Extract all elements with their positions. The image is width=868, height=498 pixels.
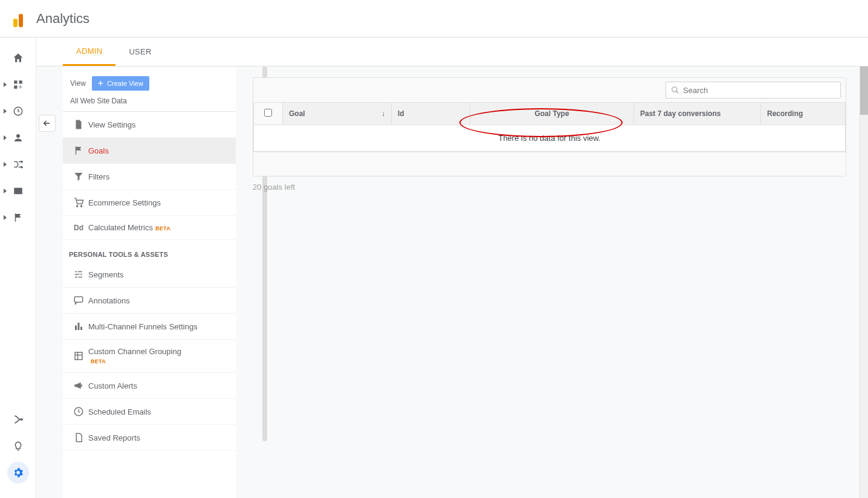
- rail-conversions[interactable]: [7, 207, 29, 228]
- admin-item-custom-alerts[interactable]: Custom Alerts: [63, 373, 236, 399]
- comment-icon: [69, 295, 88, 306]
- goals-panel-area: Goal↓ Id Goal Type Past 7 day conversion…: [236, 66, 860, 498]
- admin-view-column: View + Create View All Web Site Data Vie…: [63, 66, 236, 498]
- admin-item-label: Ecommerce Settings: [88, 198, 161, 207]
- admin-item-view-settings[interactable]: View Settings: [63, 112, 236, 138]
- admin-item-label: View Settings: [88, 120, 136, 129]
- svg-rect-7: [14, 188, 22, 195]
- create-view-label: Create View: [107, 80, 143, 87]
- flag-icon: [69, 145, 88, 156]
- col-goal-type[interactable]: Goal Type: [470, 103, 634, 125]
- goals-search[interactable]: [666, 82, 841, 99]
- admin-item-label: Annotations: [88, 296, 130, 305]
- admin-item-label: Multi-Channel Funnels Settings: [88, 322, 198, 331]
- admin-item-label: Segments: [88, 270, 124, 279]
- goals-remaining-label: 20 goals left: [253, 183, 846, 192]
- col-id[interactable]: Id: [392, 103, 470, 125]
- dd-icon: Dd: [69, 224, 88, 232]
- search-icon: [671, 86, 679, 94]
- document-icon: [69, 119, 88, 130]
- svg-rect-2: [14, 86, 17, 89]
- rail-realtime[interactable]: [7, 100, 29, 122]
- admin-tabs: ADMIN USER: [36, 37, 868, 66]
- admin-item-calcmetrics[interactable]: Dd Calculated MetricsBETA: [63, 216, 236, 240]
- rail-attribution[interactable]: [7, 409, 29, 430]
- svg-point-4: [16, 134, 20, 138]
- svg-rect-12: [75, 326, 77, 331]
- admin-item-ccg[interactable]: Custom Channel GroupingBETA: [63, 340, 236, 373]
- col-conversions[interactable]: Past 7 day conversions: [634, 103, 761, 125]
- rail-audience[interactable]: [7, 127, 29, 149]
- admin-item-saved-reports[interactable]: Saved Reports: [63, 425, 236, 451]
- barchart-icon: [69, 321, 88, 332]
- rail-acquisition[interactable]: [7, 154, 29, 175]
- analytics-logo-icon: [10, 10, 27, 27]
- admin-item-label: Custom Channel GroupingBETA: [88, 347, 181, 365]
- admin-item-mcf[interactable]: Multi-Channel Funnels Settings: [63, 314, 236, 340]
- svg-rect-11: [74, 297, 83, 302]
- back-button[interactable]: [39, 115, 56, 132]
- app-title: Analytics: [36, 11, 89, 27]
- app-header: Analytics: [0, 0, 868, 37]
- main-scrollbar[interactable]: [860, 66, 868, 498]
- svg-rect-1: [19, 80, 22, 83]
- svg-point-5: [21, 161, 22, 162]
- plus-icon: +: [98, 78, 103, 89]
- admin-item-label: Saved Reports: [88, 433, 140, 442]
- admin-item-scheduled-emails[interactable]: Scheduled Emails: [63, 399, 236, 425]
- svg-point-8: [21, 419, 22, 421]
- col-goal[interactable]: Goal↓: [283, 103, 392, 125]
- grouping-icon: [69, 351, 88, 361]
- goals-table: Goal↓ Id Goal Type Past 7 day conversion…: [253, 102, 846, 152]
- rail-custom[interactable]: [7, 74, 29, 95]
- funnel-icon: [69, 171, 88, 182]
- file-icon: [69, 432, 88, 443]
- admin-item-goals[interactable]: Goals: [63, 138, 236, 164]
- admin-item-segments[interactable]: Segments: [63, 262, 236, 288]
- megaphone-icon: [69, 380, 88, 391]
- tab-user[interactable]: USER: [115, 37, 164, 66]
- admin-item-label: Calculated MetricsBETA: [88, 223, 170, 232]
- view-column-label: View: [70, 79, 86, 88]
- rail-admin[interactable]: [7, 462, 29, 483]
- goals-empty-message: There is no data for this view.: [254, 125, 846, 152]
- admin-item-ecommerce[interactable]: Ecommerce Settings: [63, 190, 236, 216]
- tab-admin[interactable]: ADMIN: [63, 37, 115, 66]
- col-recording[interactable]: Recording: [761, 103, 846, 125]
- svg-point-6: [21, 166, 22, 167]
- clock-icon: [69, 406, 88, 417]
- create-view-button[interactable]: + Create View: [92, 76, 149, 91]
- sort-down-icon: ↓: [381, 109, 385, 118]
- svg-point-10: [80, 205, 82, 207]
- admin-item-label: Goals: [88, 146, 109, 155]
- cart-icon: [69, 197, 88, 208]
- admin-item-label: Custom Alerts: [88, 381, 137, 390]
- admin-item-filters[interactable]: Filters: [63, 164, 236, 190]
- admin-item-annotations[interactable]: Annotations: [63, 288, 236, 314]
- svg-rect-14: [80, 327, 82, 330]
- rail-behavior[interactable]: [7, 180, 29, 202]
- svg-point-17: [672, 87, 677, 92]
- svg-rect-13: [78, 323, 80, 330]
- svg-rect-0: [14, 80, 17, 83]
- goals-select-all[interactable]: [254, 103, 283, 125]
- selected-view-name[interactable]: All Web Site Data: [63, 97, 236, 112]
- segments-icon: [69, 269, 88, 280]
- rail-home[interactable]: [7, 47, 29, 69]
- svg-rect-15: [75, 352, 82, 360]
- goals-search-input[interactable]: [683, 86, 835, 95]
- admin-item-label: Scheduled Emails: [88, 407, 151, 416]
- admin-item-label: Filters: [88, 172, 109, 181]
- svg-point-9: [77, 205, 78, 207]
- admin-section-personal: PERSONAL TOOLS & ASSETS: [63, 240, 236, 262]
- rail-discover[interactable]: [7, 435, 29, 457]
- select-all-checkbox[interactable]: [264, 109, 272, 117]
- left-nav-rail: [0, 37, 36, 498]
